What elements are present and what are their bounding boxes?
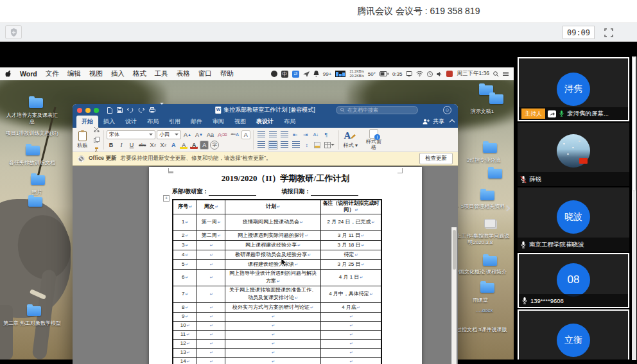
cpu-meter-icon[interactable]: [335, 71, 345, 77]
borders-icon[interactable]: [323, 141, 336, 150]
italic-icon[interactable]: I: [117, 141, 126, 150]
desktop-folder-icon[interactable]: [26, 146, 40, 155]
desktop-folder-icon[interactable]: [480, 283, 494, 293]
participant-tile[interactable]: 薛锐: [518, 123, 629, 186]
menu-table[interactable]: 表格: [177, 69, 190, 78]
align-left-icon[interactable]: [256, 141, 266, 150]
show-marks-icon[interactable]: ¶: [322, 130, 331, 139]
char-border-icon[interactable]: A: [241, 130, 250, 139]
font-color-icon[interactable]: A: [189, 141, 198, 150]
tab-review[interactable]: 审阅: [207, 116, 229, 128]
line-spacing-icon[interactable]: ↕: [302, 141, 311, 150]
document-vertical-scrollbar[interactable]: [451, 227, 457, 364]
increase-indent-icon[interactable]: ⇥: [301, 130, 310, 139]
panel-scrollbar[interactable]: [632, 56, 636, 360]
styles-button[interactable]: A 样式 ▾: [342, 130, 360, 149]
grammar-app-icon[interactable]: [271, 71, 277, 77]
desktop-icon-label[interactable]: ….docx: [465, 308, 503, 314]
desktop-icon-label[interactable]: 雨课堂: [464, 297, 497, 304]
menu-window[interactable]: 窗口: [198, 69, 212, 78]
desktop-folder-icon[interactable]: [28, 197, 42, 207]
desktop-folder-icon[interactable]: [29, 98, 43, 108]
input-method-icon[interactable]: 中: [281, 71, 288, 78]
desktop-files-icon[interactable]: [484, 219, 496, 228]
desktop-icon-label[interactable]: 照片: [19, 189, 55, 196]
desktop-icon-label[interactable]: 演示文稿1: [457, 108, 507, 115]
numbering-icon[interactable]: [268, 130, 278, 139]
char-shading-icon[interactable]: A: [200, 141, 209, 150]
tab-insert[interactable]: 插入: [98, 116, 120, 128]
bell-icon[interactable]: [313, 71, 319, 77]
align-center-icon[interactable]: [268, 141, 278, 150]
security-shield-button[interactable]: [5, 25, 22, 39]
strikethrough-icon[interactable]: abc: [137, 141, 147, 150]
desktop-icon-label[interactable]: 线上工作-集控教学问题说明2020.3.8: [449, 233, 511, 245]
desktop-icon-label[interactable]: 3过控专业分流: [457, 157, 510, 164]
wifi-icon[interactable]: [416, 71, 423, 76]
document-canvas[interactable]: 2019/2020（II）学期教研/工作计划 系部/教研室： 填报日期： + 序…: [73, 166, 458, 364]
apple-logo-icon[interactable]: [5, 70, 12, 78]
document-search-input[interactable]: 在文档中搜索: [336, 106, 418, 114]
clear-format-icon[interactable]: A⌫: [216, 130, 229, 139]
desktop-icon-label[interactable]: 人才培养方案及课表汇总: [5, 112, 59, 125]
word-title-bar[interactable]: 集控系部教研室工作计划 [兼容模式] 在文档中搜索 ☺: [73, 104, 458, 116]
desktop-icon-label[interactable]: 各任务排故训练文档: [5, 160, 59, 166]
menu-help[interactable]: 帮助: [220, 69, 234, 78]
panel-scroll-thumb[interactable]: [633, 56, 636, 191]
multilevel-list-icon[interactable]: [279, 130, 290, 139]
justify-icon[interactable]: [291, 141, 301, 150]
superscript-icon[interactable]: X2: [159, 141, 168, 150]
clock-icon[interactable]: [427, 71, 433, 77]
font-name-select[interactable]: 宋体: [107, 130, 155, 139]
collapse-ribbon-icon[interactable]: [449, 119, 455, 124]
enclose-char-icon[interactable]: 字: [210, 141, 219, 150]
document-page[interactable]: 2019/2020（II）学期教研/工作计划 系部/教研室： 填报日期： + 序…: [149, 167, 422, 364]
change-case-icon[interactable]: Aa: [205, 130, 215, 139]
display-icon[interactable]: [406, 71, 412, 76]
desktop-icon-label[interactable]: 项目1排故训练文档(好): [1, 130, 63, 137]
phonetic-guide-icon[interactable]: ᵃᵇᶜA: [229, 130, 240, 139]
fullscreen-button[interactable]: [602, 26, 615, 39]
desktop-folder-icon[interactable]: [31, 175, 45, 185]
zoom-window-button[interactable]: [94, 108, 99, 113]
share-button[interactable]: 共享: [423, 117, 454, 128]
menubar-app-name[interactable]: Word: [20, 70, 37, 78]
save-icon[interactable]: [117, 107, 123, 113]
tab-design[interactable]: 设计: [120, 116, 142, 128]
minimize-window-button[interactable]: [85, 108, 91, 113]
participant-tile[interactable]: 晓波 南京工程学院崔晓波: [518, 187, 629, 252]
desktop-folder-icon[interactable]: [489, 94, 503, 104]
swap-icon[interactable]: ⇄: [292, 71, 299, 78]
font-size-select[interactable]: 小四: [157, 130, 181, 139]
desktop-folder-icon[interactable]: [480, 191, 494, 200]
desktop-icon-label[interactable]: 中国文化概论 课程简介: [449, 269, 511, 275]
text-effects-icon[interactable]: A: [169, 141, 178, 150]
menu-view[interactable]: 视图: [89, 69, 103, 78]
desktop-icon-label[interactable]: 第二章 热工对象数学模型: [3, 320, 62, 327]
print-icon[interactable]: [149, 107, 155, 113]
feedback-smiley-icon[interactable]: ☺: [443, 106, 451, 114]
bold-icon[interactable]: B: [107, 141, 116, 150]
redo-icon[interactable]: [138, 108, 144, 113]
menubar-clock[interactable]: 周三下午1:36: [457, 70, 489, 78]
close-window-button[interactable]: [77, 108, 82, 113]
shrink-font-icon[interactable]: A▼: [194, 130, 204, 139]
bullets-icon[interactable]: [256, 130, 266, 139]
participant-tile-host[interactable]: 浔隽 主持人 裴浔隽的屏幕...: [518, 57, 629, 121]
menu-tools[interactable]: 工具: [155, 69, 168, 78]
menu-file[interactable]: 文件: [46, 69, 59, 78]
menu-insert[interactable]: 插入: [111, 69, 125, 78]
style-pane-button[interactable]: i 样式窗格: [362, 129, 385, 151]
volume-icon[interactable]: [437, 71, 442, 77]
desktop-folder-icon[interactable]: [488, 169, 502, 178]
underline-icon[interactable]: U: [127, 141, 136, 150]
highlight-color-icon[interactable]: A: [179, 141, 188, 150]
desktop-folder-icon[interactable]: [483, 256, 497, 266]
shading-icon[interactable]: [313, 141, 322, 150]
table-move-handle[interactable]: +: [163, 195, 170, 202]
vertical-scroll-thumb[interactable]: [453, 230, 456, 270]
grow-font-icon[interactable]: A▲: [182, 130, 193, 139]
tab-layout[interactable]: 布局: [142, 116, 164, 128]
screen-record-icon[interactable]: [446, 71, 453, 77]
desktop-icon-label[interactable]: 5项目管理相关资料: [456, 204, 510, 210]
